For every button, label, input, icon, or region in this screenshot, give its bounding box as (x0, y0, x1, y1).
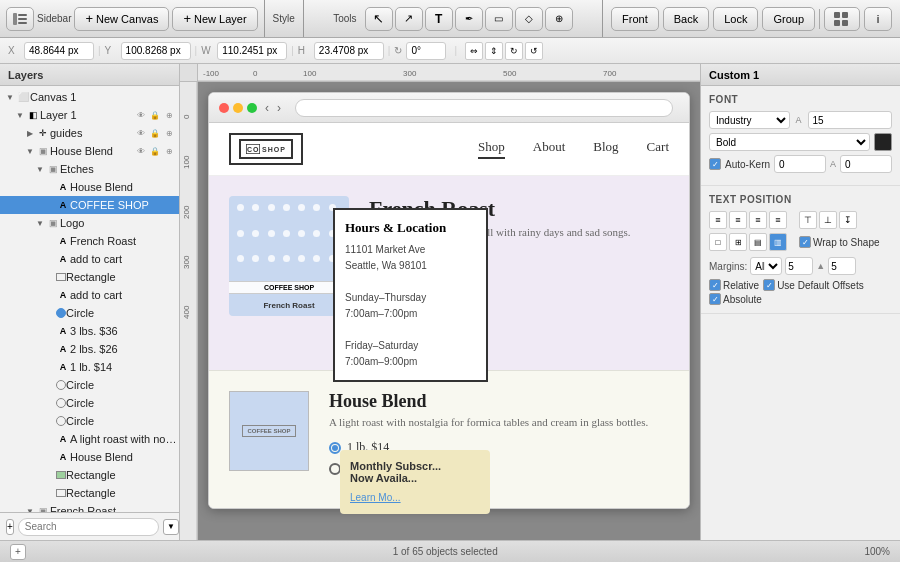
kern-value-2[interactable] (840, 155, 892, 173)
layer-light-roast-desc[interactable]: ▶ A A light roast with nostalgia f... (0, 430, 179, 448)
layer-french-roast-text[interactable]: ▶ A French Roast (0, 232, 179, 250)
text-layout-1[interactable]: □ (709, 233, 727, 251)
front-button[interactable]: Front (611, 7, 659, 31)
y-input[interactable] (121, 42, 191, 60)
layer-1lb[interactable]: ▶ A 1 lb. $14 (0, 358, 179, 376)
add-layer-button[interactable]: + (6, 519, 14, 535)
hb-radio-1lb[interactable] (329, 442, 341, 454)
auto-kern-checkbox[interactable] (709, 158, 721, 170)
rotation-input[interactable] (406, 42, 446, 60)
monthly-learn-more[interactable]: Learn Mo... (350, 492, 401, 503)
layer-circle-1[interactable]: ▶ Circle (0, 304, 179, 322)
group-button[interactable]: Group (762, 7, 815, 31)
align-center-button[interactable]: ≡ (729, 211, 747, 229)
layer-house-blend-2[interactable]: ▶ A House Blend (0, 448, 179, 466)
margins-side-select[interactable]: All (750, 257, 782, 275)
nav-about[interactable]: About (533, 139, 566, 159)
rotate-ccw-button[interactable]: ↺ (525, 42, 543, 60)
kern-value-1[interactable] (774, 155, 826, 173)
layer-house-blend-text[interactable]: ▶ A House Blend (0, 178, 179, 196)
layer-rectangle-1[interactable]: ▶ Rectangle (0, 268, 179, 286)
layer-rectangle-green[interactable]: ▶ Rectangle (0, 466, 179, 484)
valign-mid-button[interactable]: ⊥ (819, 211, 837, 229)
back-button[interactable]: Back (663, 7, 709, 31)
layer-add-to-cart-1[interactable]: ▶ A add to cart (0, 250, 179, 268)
minimize-dot[interactable] (233, 103, 243, 113)
lock-button[interactable]: Lock (713, 7, 758, 31)
pen-tool[interactable]: ✒ (455, 7, 483, 31)
text-tool[interactable]: T (425, 7, 453, 31)
layer-guides[interactable]: ▶ ✛ guides 👁 🔒 ⊕ (0, 124, 179, 142)
shape-tool[interactable]: ◇ (515, 7, 543, 31)
more-icon[interactable]: ⊕ (163, 127, 175, 139)
canvas-area[interactable]: -100 0 100 300 500 700 900 0 100 200 300… (180, 64, 700, 540)
wrap-to-shape-checkbox[interactable] (799, 236, 811, 248)
font-color-preview[interactable] (874, 133, 892, 151)
font-family-select[interactable]: Industry (709, 111, 790, 129)
font-size-input[interactable] (808, 111, 893, 129)
rect-tool[interactable]: ▭ (485, 7, 513, 31)
h-input[interactable] (314, 42, 384, 60)
layers-list[interactable]: ▼ ⬜ Canvas 1 ▼ ◧ Layer 1 👁 🔒 ⊕ ▶ ✛ guide… (0, 86, 179, 512)
layer-logo[interactable]: ▼ ▣ Logo (0, 214, 179, 232)
layer-house-blend[interactable]: ▼ ▣ House Blend 👁 🔒 ⊕ (0, 142, 179, 160)
nav-shop[interactable]: Shop (478, 139, 505, 159)
text-layout-4-active[interactable]: ▥ (769, 233, 787, 251)
more-icon[interactable]: ⊕ (163, 145, 175, 157)
layer-coffee-shop[interactable]: ▶ A COFFEE SHOP (0, 196, 179, 214)
lock-icon[interactable]: 🔒 (149, 127, 161, 139)
filter-button[interactable]: ▼ (163, 519, 179, 535)
text-layout-2[interactable]: ⊞ (729, 233, 747, 251)
flip-v-button[interactable]: ⇕ (485, 42, 503, 60)
align-left-button[interactable]: ≡ (709, 211, 727, 229)
sidebar-toggle-button[interactable] (6, 7, 34, 31)
layer-2lbs[interactable]: ▶ A 2 lbs. $26 (0, 340, 179, 358)
maximize-dot[interactable] (247, 103, 257, 113)
new-layer-button[interactable]: + New Layer (172, 7, 257, 31)
layer-add-to-cart-2[interactable]: ▶ A add to cart (0, 286, 179, 304)
rotate-cw-button[interactable]: ↻ (505, 42, 523, 60)
inspect-button[interactable]: i (864, 7, 892, 31)
canvas-viewport[interactable]: ‹ › COFFEE SHOP (198, 82, 700, 540)
valign-bot-button[interactable]: ↧ (839, 211, 857, 229)
layer-etches[interactable]: ▼ ▣ Etches (0, 160, 179, 178)
pointer-tool[interactable]: ↖ (365, 7, 393, 31)
layer-layer-1[interactable]: ▼ ◧ Layer 1 👁 🔒 ⊕ (0, 106, 179, 124)
layer-3lbs[interactable]: ▶ A 3 lbs. $36 (0, 322, 179, 340)
browser-url-input[interactable] (295, 99, 673, 117)
x-input[interactable] (24, 42, 94, 60)
w-input[interactable] (217, 42, 287, 60)
align-justify-button[interactable]: ≡ (769, 211, 787, 229)
font-style-select[interactable]: Bold (709, 133, 870, 151)
search-input[interactable] (18, 518, 159, 536)
nav-cart[interactable]: Cart (647, 139, 669, 159)
more-icon[interactable]: ⊕ (163, 109, 175, 121)
margins-value-input[interactable] (785, 257, 813, 275)
visibility-icon[interactable]: 👁 (135, 127, 147, 139)
layer-french-roast-group[interactable]: ▼ ▣ French Roast (0, 502, 179, 512)
new-canvas-button[interactable]: + New Canvas (74, 7, 169, 31)
lock-icon[interactable]: 🔒 (149, 145, 161, 157)
lock-icon[interactable]: 🔒 (149, 109, 161, 121)
text-layout-3[interactable]: ▤ (749, 233, 767, 251)
margins-value-2-input[interactable] (828, 257, 856, 275)
valign-top-button[interactable]: ⊤ (799, 211, 817, 229)
forward-nav-button[interactable]: › (275, 101, 283, 115)
add-object-button[interactable]: + (10, 544, 26, 560)
subselect-tool[interactable]: ↗ (395, 7, 423, 31)
nav-blog[interactable]: Blog (593, 139, 618, 159)
stencils-button[interactable] (824, 7, 860, 31)
layer-rectangle-2[interactable]: ▶ Rectangle (0, 484, 179, 502)
close-dot[interactable] (219, 103, 229, 113)
relative-checkbox[interactable] (709, 279, 721, 291)
flip-h-button[interactable]: ⇔ (465, 42, 483, 60)
zoom-tool[interactable]: ⊕ (545, 7, 573, 31)
layer-circle-3[interactable]: ▶ Circle (0, 394, 179, 412)
back-nav-button[interactable]: ‹ (263, 101, 271, 115)
use-default-offsets-checkbox[interactable] (763, 279, 775, 291)
visibility-icon[interactable]: 👁 (135, 109, 147, 121)
layer-canvas-1[interactable]: ▼ ⬜ Canvas 1 (0, 88, 179, 106)
visibility-icon[interactable]: 👁 (135, 145, 147, 157)
absolute-checkbox[interactable] (709, 293, 721, 305)
layer-circle-2[interactable]: ▶ Circle (0, 376, 179, 394)
